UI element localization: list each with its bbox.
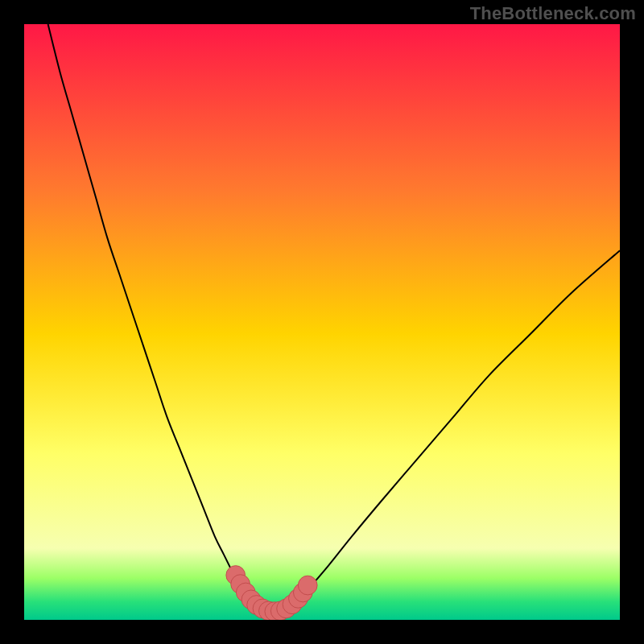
watermark-text: TheBottleneck.com xyxy=(470,3,636,24)
bottleneck-chart xyxy=(24,24,620,620)
gradient-background xyxy=(24,24,620,620)
outer-frame: TheBottleneck.com xyxy=(0,0,644,644)
plot-area xyxy=(24,24,620,620)
curve-marker xyxy=(298,576,317,595)
